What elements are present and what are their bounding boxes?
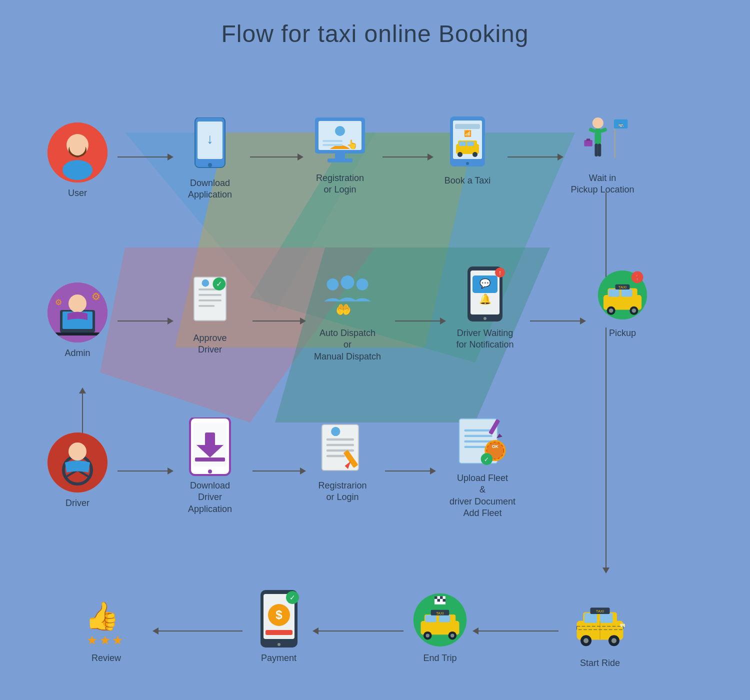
svg-point-125 bbox=[612, 638, 616, 643]
svg-point-147 bbox=[278, 643, 280, 646]
user-node: User bbox=[40, 122, 115, 199]
svg-rect-35 bbox=[588, 128, 596, 133]
svg-point-135 bbox=[426, 634, 430, 638]
auto-dispatch-node: 🤲 Auto DispatchorManual Dispatch bbox=[302, 268, 392, 362]
review-node: 👍 ★ ★ ★ Review bbox=[65, 592, 148, 664]
auto-dispatch-label: Auto DispatchorManual Dispatch bbox=[314, 328, 381, 362]
wait-pickup-label: Wait inPickup Location bbox=[570, 172, 634, 196]
svg-text:TAXI: TAXI bbox=[596, 609, 604, 614]
svg-point-31 bbox=[458, 152, 462, 157]
download-app-node: ↓ DownloadApplication bbox=[172, 118, 248, 201]
svg-point-79 bbox=[609, 308, 613, 312]
svg-rect-19 bbox=[322, 140, 342, 142]
svg-text:👆: 👆 bbox=[346, 139, 358, 150]
arrow-start-end bbox=[472, 628, 558, 634]
arrow-reg-book bbox=[382, 154, 434, 160]
svg-point-61 bbox=[356, 278, 368, 290]
svg-text:★: ★ bbox=[112, 633, 123, 647]
svg-text:📍: 📍 bbox=[634, 274, 640, 281]
svg-text:✓: ✓ bbox=[484, 456, 489, 463]
svg-point-48 bbox=[68, 294, 86, 312]
arrow-end-payment bbox=[312, 628, 404, 634]
upload-fleet-node: OK ✓ Upload Fleet&driver DocumentAdd Fle… bbox=[432, 412, 532, 520]
payment-node: $ ✓ Payment bbox=[242, 592, 315, 664]
svg-rect-38 bbox=[598, 144, 601, 156]
svg-rect-29 bbox=[459, 142, 466, 146]
start-ride-label: Start Ride bbox=[580, 658, 620, 669]
svg-text:TAXI: TAXI bbox=[618, 285, 626, 290]
payment-label: Payment bbox=[261, 652, 296, 664]
svg-rect-106 bbox=[464, 435, 492, 437]
svg-text:↓: ↓ bbox=[206, 131, 214, 146]
driver-waiting-label: Driver Waitingfor Notification bbox=[456, 328, 514, 351]
svg-text:TAXI: TAXI bbox=[436, 611, 444, 616]
arrow-approve-dispatch bbox=[252, 318, 306, 324]
arrow-pickup-down bbox=[602, 328, 610, 574]
svg-text:✓: ✓ bbox=[290, 594, 296, 602]
svg-rect-30 bbox=[467, 142, 474, 146]
arrow-download-reg bbox=[250, 154, 304, 160]
svg-rect-36 bbox=[600, 128, 608, 133]
approve-driver-label: ApproveDriver bbox=[193, 332, 226, 356]
svg-rect-100 bbox=[326, 455, 345, 458]
driver-reg-login-label: Registrarionor Login bbox=[318, 480, 366, 504]
svg-point-9 bbox=[70, 140, 86, 156]
svg-rect-132 bbox=[426, 615, 436, 622]
svg-rect-97 bbox=[326, 438, 354, 441]
svg-point-12 bbox=[208, 163, 212, 167]
svg-rect-75 bbox=[621, 289, 632, 296]
svg-text:⚙: ⚙ bbox=[55, 298, 62, 306]
download-driver-app-node: DownloadDriverApplication bbox=[170, 420, 250, 515]
pickup-label: Pickup bbox=[609, 328, 636, 339]
svg-text:🚌: 🚌 bbox=[618, 122, 624, 128]
svg-rect-25 bbox=[455, 124, 480, 129]
svg-rect-95 bbox=[195, 458, 225, 462]
download-app-label: DownloadApplication bbox=[188, 178, 232, 201]
book-taxi-label: Book a Taxi bbox=[444, 175, 491, 186]
svg-rect-126 bbox=[620, 624, 625, 627]
svg-rect-143 bbox=[438, 599, 440, 602]
svg-rect-98 bbox=[326, 444, 354, 446]
svg-rect-37 bbox=[594, 144, 598, 156]
user-label: User bbox=[68, 188, 87, 199]
arrow-book-wait bbox=[508, 154, 564, 160]
wait-pickup-node: 🚌 Wait inPickup Location bbox=[560, 112, 645, 196]
svg-point-59 bbox=[327, 278, 339, 290]
end-trip-node: TAXI End Trip bbox=[405, 592, 475, 664]
svg-point-81 bbox=[632, 308, 636, 312]
driver-label: Driver bbox=[66, 498, 90, 509]
svg-rect-47 bbox=[55, 332, 100, 336]
svg-rect-133 bbox=[439, 615, 450, 622]
svg-point-60 bbox=[340, 276, 354, 289]
svg-text:📶: 📶 bbox=[464, 130, 472, 137]
book-taxi-node: 📶 Book a Taxi bbox=[430, 115, 505, 186]
svg-point-33 bbox=[592, 118, 604, 128]
svg-point-137 bbox=[450, 634, 454, 638]
svg-rect-53 bbox=[198, 294, 222, 296]
driver-waiting-node: 💬 ! 🔔 Driver Waitingfor Notification bbox=[442, 268, 528, 351]
arrow-driver-download-reg bbox=[252, 468, 306, 474]
svg-text:👍: 👍 bbox=[85, 600, 120, 632]
driver-node: Driver bbox=[40, 432, 115, 509]
svg-rect-99 bbox=[326, 450, 354, 452]
svg-point-8 bbox=[62, 160, 92, 180]
svg-point-18 bbox=[335, 126, 345, 136]
arrow-user-download bbox=[118, 154, 174, 160]
upload-fleet-label: Upload Fleet&driver DocumentAdd Fleet bbox=[450, 472, 516, 520]
arrow-admin-approve bbox=[118, 318, 174, 324]
svg-text:★: ★ bbox=[99, 633, 110, 647]
arrow-payment-review bbox=[152, 628, 242, 634]
svg-point-24 bbox=[466, 162, 469, 165]
start-ride-node: TAXI Start Ride bbox=[560, 598, 640, 669]
reg-login-label: Registrationor Login bbox=[316, 172, 364, 196]
svg-text:💬: 💬 bbox=[480, 278, 491, 289]
page-title: Flow for taxi online Booking bbox=[222, 20, 529, 48]
svg-rect-142 bbox=[440, 596, 443, 599]
svg-rect-105 bbox=[464, 430, 492, 432]
arrow-driver-reg-upload bbox=[385, 468, 436, 474]
svg-text:✓: ✓ bbox=[216, 280, 222, 288]
svg-text:!: ! bbox=[499, 270, 500, 276]
svg-text:🤲: 🤲 bbox=[336, 302, 352, 318]
arrow-dispatch-waiting bbox=[395, 318, 446, 324]
svg-rect-16 bbox=[335, 154, 345, 158]
